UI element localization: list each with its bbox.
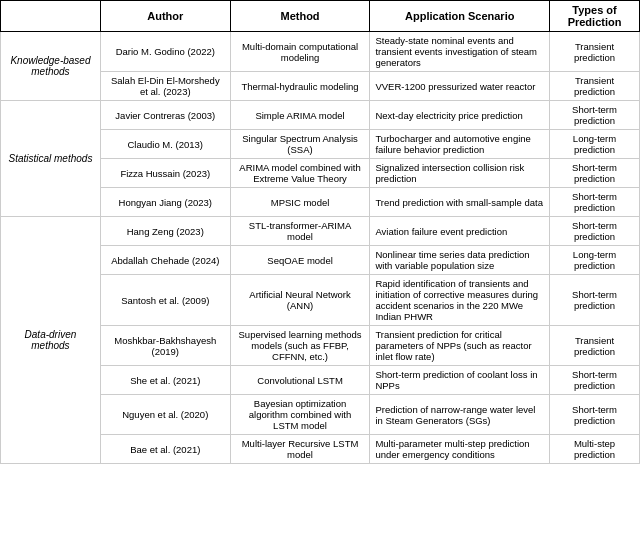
scenario-cell: Rapid identification of transients and i…: [370, 275, 550, 326]
method-cell: Convolutional LSTM: [230, 366, 370, 395]
scenario-cell: Signalized intersection collision risk p…: [370, 159, 550, 188]
prediction-cell: Transient prediction: [550, 72, 640, 101]
scenario-cell: Transient prediction for critical parame…: [370, 326, 550, 366]
scenario-cell: Next-day electricity price prediction: [370, 101, 550, 130]
scenario-cell: Steady-state nominal events and transien…: [370, 32, 550, 72]
scenario-cell: Turbocharger and automotive engine failu…: [370, 130, 550, 159]
prediction-cell: Short-term prediction: [550, 159, 640, 188]
scenario-cell: Trend prediction with small-sample data: [370, 188, 550, 217]
prediction-cell: Multi-step prediction: [550, 435, 640, 464]
method-cell: ARIMA model combined with Extreme Value …: [230, 159, 370, 188]
prediction-cell: Short-term prediction: [550, 395, 640, 435]
method-cell: Singular Spectrum Analysis (SSA): [230, 130, 370, 159]
author-cell: Javier Contreras (2003): [100, 101, 230, 130]
method-cell: Bayesian optimization algorithm combined…: [230, 395, 370, 435]
main-table-container: Author Method Application Scenario Types…: [0, 0, 640, 464]
scenario-cell: Prediction of narrow-range water level i…: [370, 395, 550, 435]
research-table: Author Method Application Scenario Types…: [0, 0, 640, 464]
author-cell: Nguyen et al. (2020): [100, 395, 230, 435]
header-row: Author Method Application Scenario Types…: [1, 1, 640, 32]
author-cell: Dario M. Godino (2022): [100, 32, 230, 72]
table-row: Statistical methodsJavier Contreras (200…: [1, 101, 640, 130]
author-cell: Santosh et al. (2009): [100, 275, 230, 326]
header-category: [1, 1, 101, 32]
scenario-cell: Multi-parameter multi-step prediction un…: [370, 435, 550, 464]
author-cell: Salah El-Din El-Morshedy et al. (2023): [100, 72, 230, 101]
header-method: Method: [230, 1, 370, 32]
category-cell: Statistical methods: [1, 101, 101, 217]
author-cell: Fizza Hussain (2023): [100, 159, 230, 188]
table-row: Knowledge-based methodsDario M. Godino (…: [1, 32, 640, 72]
category-cell: Knowledge-based methods: [1, 32, 101, 101]
author-cell: Moshkbar-Bakhshayesh (2019): [100, 326, 230, 366]
author-cell: Bae et al. (2021): [100, 435, 230, 464]
method-cell: Artificial Neural Network (ANN): [230, 275, 370, 326]
scenario-cell: VVER-1200 pressurized water reactor: [370, 72, 550, 101]
author-cell: Abdallah Chehade (2024): [100, 246, 230, 275]
method-cell: Multi-domain computational modeling: [230, 32, 370, 72]
method-cell: Simple ARIMA model: [230, 101, 370, 130]
header-prediction: Types ofPrediction: [550, 1, 640, 32]
header-author: Author: [100, 1, 230, 32]
table-row: Data-driven methodsHang Zeng (2023)STL-t…: [1, 217, 640, 246]
method-cell: MPSIC model: [230, 188, 370, 217]
method-cell: Supervised learning methods models (such…: [230, 326, 370, 366]
method-cell: Thermal-hydraulic modeling: [230, 72, 370, 101]
prediction-cell: Short-term prediction: [550, 366, 640, 395]
scenario-cell: Nonlinear time series data prediction wi…: [370, 246, 550, 275]
author-cell: Hang Zeng (2023): [100, 217, 230, 246]
prediction-cell: Short-term prediction: [550, 275, 640, 326]
method-cell: SeqOAE model: [230, 246, 370, 275]
prediction-cell: Short-term prediction: [550, 101, 640, 130]
prediction-cell: Long-term prediction: [550, 130, 640, 159]
method-cell: Multi-layer Recursive LSTM model: [230, 435, 370, 464]
header-scenario: Application Scenario: [370, 1, 550, 32]
method-cell: STL-transformer-ARIMA model: [230, 217, 370, 246]
prediction-cell: Transient prediction: [550, 32, 640, 72]
scenario-cell: Aviation failure event prediction: [370, 217, 550, 246]
prediction-cell: Short-term prediction: [550, 188, 640, 217]
author-cell: Hongyan Jiang (2023): [100, 188, 230, 217]
author-cell: Claudio M. (2013): [100, 130, 230, 159]
prediction-cell: Long-term prediction: [550, 246, 640, 275]
author-cell: She et al. (2021): [100, 366, 230, 395]
prediction-cell: Short-term prediction: [550, 217, 640, 246]
scenario-cell: Short-term prediction of coolant loss in…: [370, 366, 550, 395]
category-cell: Data-driven methods: [1, 217, 101, 464]
prediction-cell: Transient prediction: [550, 326, 640, 366]
